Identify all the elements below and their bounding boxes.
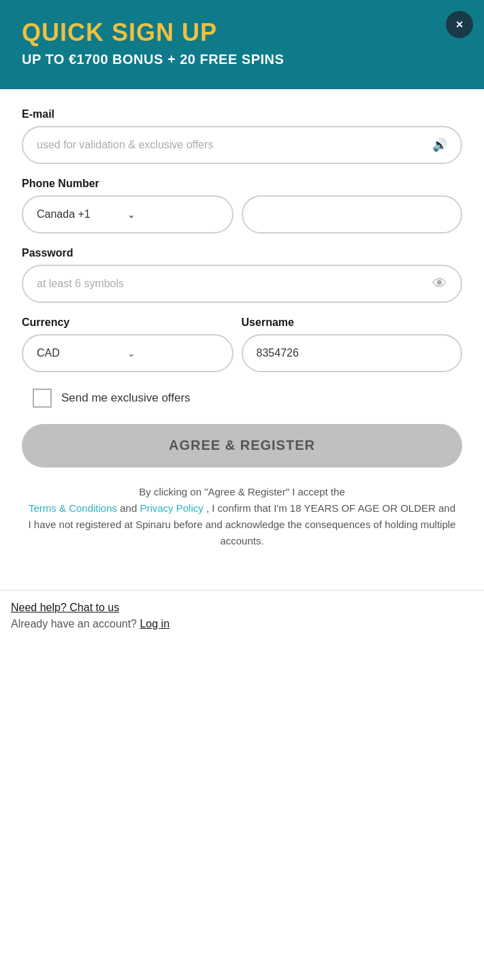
username-group: Username bbox=[242, 316, 462, 372]
username-input[interactable] bbox=[242, 334, 462, 372]
password-input[interactable] bbox=[37, 278, 432, 290]
phone-country-value: Canada +1 bbox=[37, 208, 127, 220]
close-icon: × bbox=[456, 18, 464, 32]
login-prefix-text: Already have an account? bbox=[11, 618, 137, 630]
username-label: Username bbox=[242, 316, 462, 329]
exclusive-offers-row: Send me exclusive offers bbox=[22, 389, 462, 408]
terms-text-before: By clicking on "Agree & Register" I acce… bbox=[139, 486, 344, 497]
privacy-policy-link[interactable]: Privacy Policy bbox=[140, 502, 203, 514]
page-title: QUICK SIGN UP bbox=[22, 19, 462, 46]
phone-group: Phone Number Canada +1 ⌄ bbox=[22, 178, 462, 233]
terms-and-text: and bbox=[120, 502, 137, 514]
id-card-icon: 🔊 bbox=[432, 137, 447, 152]
phone-row: Canada +1 ⌄ bbox=[22, 195, 462, 233]
login-line: Already have an account? Log in bbox=[11, 618, 473, 630]
phone-label: Phone Number bbox=[22, 178, 462, 190]
chevron-down-icon: ⌄ bbox=[127, 209, 218, 220]
exclusive-offers-checkbox[interactable] bbox=[33, 389, 52, 408]
promo-subtitle: UP TO €1700 BONUS + 20 FREE SPINS bbox=[22, 52, 462, 67]
password-input-wrapper[interactable]: 👁 bbox=[22, 265, 462, 303]
currency-label: Currency bbox=[22, 316, 233, 329]
register-button[interactable]: AGREE & REGISTER bbox=[22, 424, 462, 468]
form-body: E-mail 🔊 Phone Number Canada +1 ⌄ Passwo… bbox=[0, 89, 484, 590]
email-input[interactable] bbox=[37, 139, 432, 151]
email-label: E-mail bbox=[22, 108, 462, 120]
password-label: Password bbox=[22, 247, 462, 259]
email-input-wrapper[interactable]: 🔊 bbox=[22, 126, 462, 164]
exclusive-offers-label: Send me exclusive offers bbox=[61, 391, 191, 405]
header: × QUICK SIGN UP UP TO €1700 BONUS + 20 F… bbox=[0, 0, 484, 89]
email-group: E-mail 🔊 bbox=[22, 108, 462, 164]
chevron-down-icon: ⌄ bbox=[127, 348, 218, 359]
currency-username-row: Currency CAD ⌄ Username bbox=[22, 316, 462, 372]
terms-text-block: By clicking on "Agree & Register" I acce… bbox=[22, 484, 462, 549]
currency-group: Currency CAD ⌄ bbox=[22, 316, 233, 372]
help-chat-link[interactable]: Need help? Chat to us bbox=[11, 602, 473, 614]
eye-toggle-icon[interactable]: 👁 bbox=[432, 275, 447, 293]
login-link[interactable]: Log in bbox=[140, 618, 170, 630]
phone-number-input[interactable] bbox=[242, 195, 462, 233]
close-button[interactable]: × bbox=[446, 11, 473, 38]
footer-links: Need help? Chat to us Already have an ac… bbox=[0, 590, 484, 647]
phone-country-selector[interactable]: Canada +1 ⌄ bbox=[22, 195, 233, 233]
modal-container: × QUICK SIGN UP UP TO €1700 BONUS + 20 F… bbox=[0, 0, 484, 980]
currency-value: CAD bbox=[37, 347, 127, 359]
password-group: Password 👁 bbox=[22, 247, 462, 303]
currency-selector[interactable]: CAD ⌄ bbox=[22, 334, 233, 372]
terms-conditions-link[interactable]: Terms & Conditions bbox=[29, 502, 117, 514]
